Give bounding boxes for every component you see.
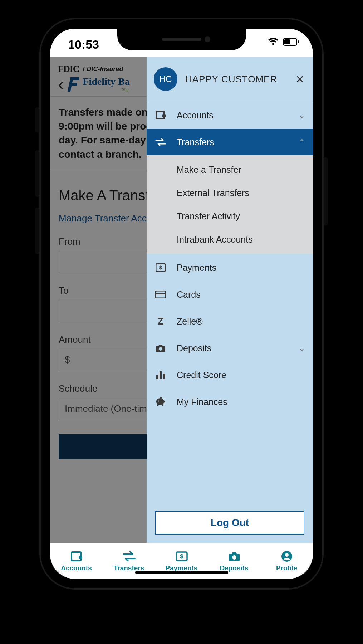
submenu-external-transfers[interactable]: External Transfers <box>147 181 313 205</box>
menu-payments[interactable]: $ Payments <box>147 254 313 281</box>
svg-rect-5 <box>162 114 166 117</box>
wallet-icon <box>154 111 167 120</box>
svg-rect-12 <box>160 371 162 379</box>
payment-icon: $ <box>176 550 188 563</box>
svg-rect-14 <box>160 397 162 399</box>
payment-icon: $ <box>154 263 167 272</box>
svg-point-15 <box>158 400 159 401</box>
svg-point-21 <box>232 555 236 560</box>
menu-deposits[interactable]: Deposits ⌄ <box>147 335 313 361</box>
avatar[interactable]: HC <box>154 67 177 91</box>
battery-icon <box>283 38 299 46</box>
svg-rect-13 <box>163 374 165 379</box>
chevron-up-icon: ⌃ <box>299 138 305 146</box>
camera-icon <box>228 550 241 563</box>
submenu-intrabank-accounts[interactable]: Intrabank Accounts <box>147 228 313 251</box>
nav-drawer: HC HAPPY CUSTOMER ✕ Accounts ⌄ <box>147 57 313 543</box>
wallet-icon <box>70 550 83 563</box>
menu-zelle[interactable]: Z Zelle® <box>147 308 313 335</box>
piggy-icon <box>154 397 167 406</box>
submenu-transfer-activity[interactable]: Transfer Activity <box>147 205 313 228</box>
camera-icon <box>154 344 167 352</box>
menu-my-finances[interactable]: My Finances <box>147 389 313 415</box>
notch <box>117 29 246 50</box>
chevron-down-icon: ⌄ <box>299 344 305 352</box>
logout-button[interactable]: Log Out <box>155 511 304 535</box>
phone-frame: 10:53 FDIC FDIC-Insured <box>39 18 324 590</box>
svg-text:$: $ <box>159 264 162 270</box>
svg-point-23 <box>285 553 289 557</box>
svg-rect-1 <box>284 39 290 44</box>
svg-rect-11 <box>156 375 158 379</box>
menu-transfers[interactable]: Transfers ⌃ <box>147 129 313 155</box>
zelle-icon: Z <box>154 316 167 327</box>
home-indicator[interactable] <box>135 571 228 574</box>
wifi-icon <box>268 38 279 46</box>
status-time: 10:53 <box>68 38 99 52</box>
svg-rect-2 <box>298 40 299 43</box>
chevron-down-icon: ⌄ <box>299 111 305 119</box>
card-icon <box>154 291 167 298</box>
svg-rect-18 <box>79 556 82 559</box>
transfer-icon <box>154 138 167 146</box>
profile-icon <box>281 550 293 563</box>
submenu-make-transfer[interactable]: Make a Transfer <box>147 158 313 181</box>
transfer-icon <box>122 550 136 563</box>
svg-rect-9 <box>156 293 166 294</box>
customer-name: HAPPY CUSTOMER <box>185 74 288 85</box>
menu-cards[interactable]: Cards <box>147 281 313 308</box>
menu-credit-score[interactable]: Credit Score <box>147 362 313 388</box>
chart-icon <box>154 371 167 379</box>
menu-accounts[interactable]: Accounts ⌄ <box>147 102 313 128</box>
close-icon[interactable]: ✕ <box>295 73 304 86</box>
svg-text:$: $ <box>180 553 183 560</box>
svg-point-10 <box>159 347 162 351</box>
